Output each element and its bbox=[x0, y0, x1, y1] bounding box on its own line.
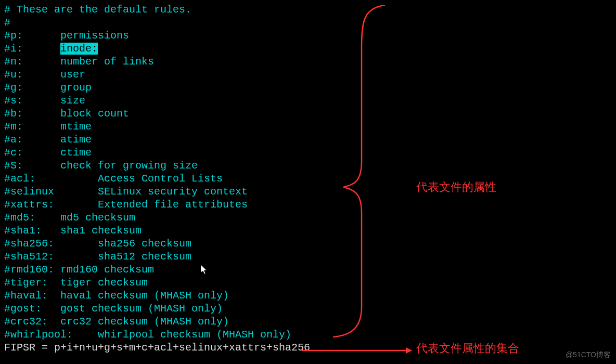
rule-line-links: #n: number of links bbox=[4, 55, 612, 68]
rule-line-group: #g: group bbox=[4, 81, 612, 94]
rule-line-sha512: #sha512: sha512 checksum bbox=[4, 250, 612, 263]
rule-line-md5: #md5: md5 checksum bbox=[4, 211, 612, 224]
rule-line-haval: #haval: haval checksum (MHASH only) bbox=[4, 289, 612, 302]
comment-line: # These are the default rules. bbox=[4, 3, 612, 16]
fipsr-definition: FIPSR = p+i+n+u+g+s+m+c+acl+selinux+xatt… bbox=[4, 341, 612, 354]
rule-line-sha1: #sha1: sha1 checksum bbox=[4, 224, 612, 237]
annotation-collection: 代表文件属性的集合 bbox=[416, 341, 519, 356]
annotation-attributes: 代表文件的属性 bbox=[416, 179, 496, 195]
inode-highlight: inode: bbox=[60, 43, 98, 55]
comment-line: # bbox=[4, 16, 612, 29]
rule-line-permissions: #p: permissions bbox=[4, 29, 612, 42]
rule-line-selinux: #selinux SELinux security context bbox=[4, 185, 612, 198]
rule-line-gost: #gost: gost checksum (MHASH only) bbox=[4, 302, 612, 315]
rule-line-sha256: #sha256: sha256 checksum bbox=[4, 237, 612, 250]
rule-line-whirlpool: #whirlpool: whirlpool checksum (MHASH on… bbox=[4, 328, 612, 341]
rule-line-crc32: #crc32: crc32 checksum (MHASH only) bbox=[4, 315, 612, 328]
rule-line-growing: #S: check for growing size bbox=[4, 159, 612, 172]
rule-line-xattrs: #xattrs: Extended file attributes bbox=[4, 198, 612, 211]
rule-line-block: #b: block count bbox=[4, 107, 612, 120]
rule-line-acl: #acl: Access Control Lists bbox=[4, 172, 612, 185]
rule-line-atime: #a: atime bbox=[4, 133, 612, 146]
rule-line-rmd160: #rmd160: rmd160 checksum bbox=[4, 263, 612, 276]
rule-line-size: #s: size bbox=[4, 94, 612, 107]
watermark: @51CTO博客 bbox=[566, 350, 611, 360]
terminal-output: # These are the default rules. # #p: per… bbox=[0, 0, 616, 357]
rule-line-inode: #i: inode: bbox=[4, 42, 612, 55]
rule-line-ctime: #c: ctime bbox=[4, 146, 612, 159]
rule-line-tiger: #tiger: tiger checksum bbox=[4, 276, 612, 289]
rule-line-mtime: #m: mtime bbox=[4, 120, 612, 133]
rule-line-user: #u: user bbox=[4, 68, 612, 81]
